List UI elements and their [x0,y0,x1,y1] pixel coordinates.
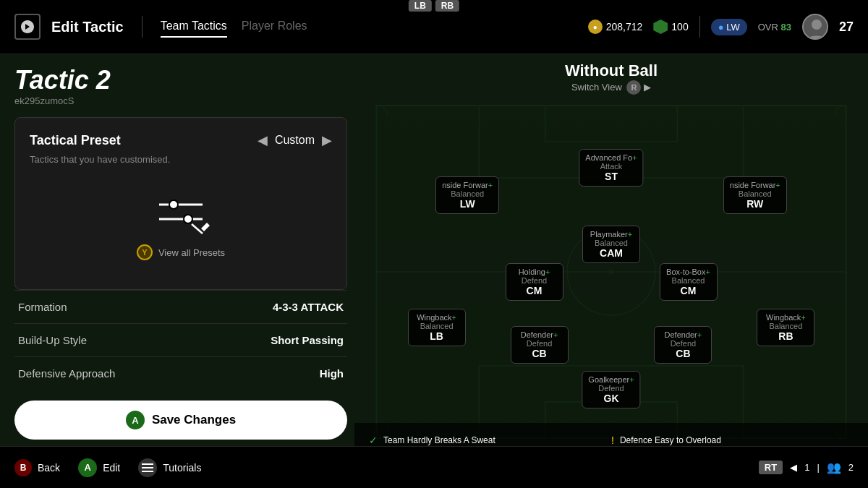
app-logo [14,14,41,40]
nav-divider [142,16,142,38]
insight-text-4: Defence Easy to Overload [620,435,721,445]
player-pos-cm-right: CM [666,285,711,296]
insight-text-1: Team Hardly Breaks A Sweat [383,435,495,445]
currency-value: 208,712 [606,21,643,33]
warn-icon-1: ! [611,435,614,446]
player-role-st: Advanced Fo+ [585,153,637,162]
player-pos-rw: RW [730,198,780,210]
preset-prev-button[interactable]: ◀ [258,132,268,148]
formation-row: Formation 4-3-3 ATTACK [14,290,347,323]
defensive-label: Defensive Approach [18,367,115,380]
shield-icon [653,20,668,34]
svg-rect-18 [142,471,153,472]
player-role-lw: nside Forwar+ [442,181,493,189]
player-pos-gk: GK [588,393,634,404]
stat-rows: Formation 4-3-3 ATTACK Build-Up Style Sh… [14,290,347,390]
player-pos-cm-left: CM [512,285,557,296]
back-button[interactable]: B Back [14,459,60,476]
player-card-cm-right[interactable]: Box-to-Box+ Balanced CM [660,263,718,301]
player-style-cb-left: Defend [517,339,562,348]
rt-value: 1 [804,462,809,473]
tab-player-roles[interactable]: Player Roles [242,16,307,38]
bottom-right: RT ◀ 1 | 👥 2 [759,461,854,474]
edit-label: Edit [103,462,120,474]
player-card-cb-left[interactable]: Defender+ Defend CB [511,326,569,364]
ovr-display: OVR 83 [758,22,791,33]
a-button-edit: A [78,458,97,477]
check-icon-1: ✓ [369,435,378,446]
player-card-st[interactable]: Advanced Fo+ Attack ST [579,149,643,187]
player-pos-cam: CAM [589,247,634,259]
player-pos-lb: LB [414,330,459,342]
currency-icon: ● [588,20,603,34]
player-style-gk: Defend [588,384,634,393]
page-title: Edit Tactic [51,19,124,35]
player-pos-cb-right: CB [660,348,705,359]
tutorials-label: Tutorials [163,462,201,474]
tactic-author: ek295zumocS [14,95,347,106]
player-style-lb: Balanced [414,322,459,330]
player-card-cm-left[interactable]: Holding+ Defend CM [506,263,563,301]
player-card-cam[interactable]: Playmaker+ Balanced CAM [582,226,640,263]
player-style-cam: Balanced [589,239,634,247]
player-level: 27 [839,20,854,35]
save-button-area: A Save Changes [14,401,347,440]
tab-team-tactics[interactable]: Team Tactics [161,16,227,38]
player-style-cm-right: Balanced [666,276,711,285]
player-card-gk[interactable]: Goalkeeper+ Defend GK [582,371,640,408]
player-role-gk: Goalkeeper+ [588,375,634,384]
player-card-lw[interactable]: nside Forwar+ Balanced LW [435,176,499,214]
separator: | [817,462,819,473]
insight-item-1: ✓ Team Hardly Breaks A Sweat [369,435,611,446]
currency-display: ● 208,712 [588,20,643,34]
player-card-cb-right[interactable]: Defender+ Defend CB [654,326,712,364]
back-label: Back [38,462,60,474]
nav-tabs: Team Tactics Player Roles [161,16,307,38]
preset-next-button[interactable]: ▶ [322,132,332,148]
player-role-cm-left: Holding+ [512,267,557,276]
player-pos-cb-left: CB [517,348,562,359]
player-style-cm-left: Defend [512,276,557,285]
rb-badge[interactable]: RB [435,0,459,12]
player-role-lb: Wingback+ [414,313,459,322]
player-card-rw[interactable]: nside Forwar+ Balanced RW [723,176,787,214]
player-pos-st: ST [585,171,637,182]
preset-name: Custom [275,134,315,147]
pitch-area: Advanced Fo+ Attack ST nside Forwar+ Bal… [354,98,868,445]
nav-right: ● 208,712 100 ● LW OVR 83 27 [588,14,854,40]
tutorials-button[interactable]: Tutorials [138,458,201,477]
insight-item-4: ! Defence Easy to Overload [611,435,854,446]
bottom-bar: B Back A Edit Tutorials RT ◀ 1 | 👥 2 [0,446,868,488]
defensive-row: Defensive Approach High [14,356,347,390]
player-avatar [802,14,828,40]
player-style-rw: Balanced [730,189,780,198]
save-changes-button[interactable]: A Save Changes [14,401,347,440]
position-indicator: ● LW [711,19,747,35]
svg-point-5 [184,215,192,223]
shield-display: 100 [653,20,688,34]
preset-navigation: ◀ Custom ▶ [258,132,332,148]
buildup-value: Short Passing [271,334,344,346]
edit-button[interactable]: A Edit [78,458,120,477]
save-label: Save Changes [152,413,236,427]
switch-arrow: ▶ [644,82,651,93]
preset-icon-area: Y View all Presets [30,179,332,275]
a-button: A [126,411,145,429]
b-button: B [14,459,32,476]
player-role-rb: Wingback+ [763,313,808,322]
view-presets-button[interactable]: Y View all Presets [137,244,225,260]
player-card-lb[interactable]: Wingback+ Balanced LB [408,309,466,346]
switch-view[interactable]: Switch View R ▶ [354,80,868,95]
rt-icon: ◀ [790,462,797,473]
player-card-rb[interactable]: Wingback+ Balanced RB [757,309,814,346]
left-panel: Tactic 2 ek295zumocS Tactical Preset ◀ C… [14,54,347,445]
player-style-cb-right: Defend [660,339,705,348]
nav-divider-2 [699,16,700,38]
rt-badge: RT [759,461,783,474]
lb-badge[interactable]: LB [409,0,432,12]
menu-icon [138,458,157,477]
preset-header: Tactical Preset ◀ Custom ▶ [30,132,332,148]
player-style-st: Attack [585,162,637,171]
r-button: R [626,80,641,95]
pitch-view-title: Without Ball [354,61,868,80]
